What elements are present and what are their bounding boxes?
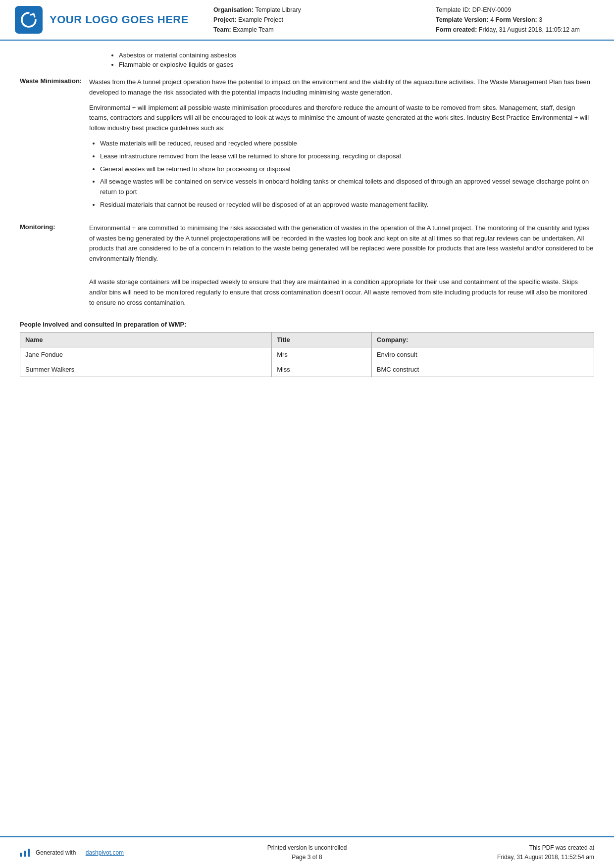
header: YOUR LOGO GOES HERE Organisation: Templa… — [0, 0, 614, 41]
footer-right-line2: Friday, 31 August 2018, 11:52:54 am — [403, 853, 594, 862]
waste-minimisation-section: Waste Minimisation: Wastes from the A tu… — [20, 77, 594, 215]
row2-company: BMC construct — [371, 362, 594, 377]
footer-center: Printed version is uncontrolled Page 3 o… — [211, 843, 403, 862]
list-item: Flammable or explosive liquids or gases — [119, 61, 594, 68]
people-table: Name Title Company: Jane Fondue Mrs Envi… — [20, 332, 594, 377]
monitoring-section: Monitoring: Environmental + are committe… — [20, 223, 594, 269]
header-right: Template ID: DP-ENV-0009 Template Versio… — [436, 5, 594, 35]
row1-company: Enviro consult — [371, 347, 594, 362]
waste-bullet-list: Waste materials will be reduced, reused … — [89, 139, 594, 210]
list-item: All sewage wastes will be contained on s… — [100, 177, 594, 197]
monitoring-body: Environmental + are committed to minimis… — [89, 223, 594, 269]
dashpivot-link[interactable]: dashpivot.com — [86, 849, 124, 856]
col-title-header: Title — [272, 333, 372, 347]
top-bullets-section: Asbestos or material containing asbestos… — [109, 51, 594, 68]
template-id-line: Template ID: DP-ENV-0009 — [436, 5, 594, 15]
monitoring-second-row: All waste storage containers will be ins… — [20, 277, 594, 313]
list-item: Residual materials that cannot be reused… — [100, 200, 594, 210]
row1-title: Mrs — [272, 347, 372, 362]
people-section: People involved and consulted in prepara… — [20, 321, 594, 377]
footer-page-number: Page 3 of 8 — [211, 853, 403, 862]
waste-para2: Environmental + will implement all possi… — [89, 103, 594, 134]
waste-para1: Wastes from the A tunnel project operati… — [89, 77, 594, 98]
project-line: Project: Example Project — [213, 15, 426, 25]
row2-name: Summer Walkers — [20, 362, 272, 377]
col-company-header: Company: — [371, 333, 594, 347]
header-meta: Organisation: Template Library Project: … — [199, 5, 426, 35]
generated-text: Generated with — [36, 849, 76, 856]
logo-icon — [15, 6, 43, 34]
people-heading: People involved and consulted in prepara… — [20, 321, 594, 328]
waste-minimisation-body: Wastes from the A tunnel project operati… — [89, 77, 594, 215]
logo-text: YOUR LOGO GOES HERE — [50, 13, 189, 26]
page: YOUR LOGO GOES HERE Organisation: Templa… — [0, 0, 614, 868]
org-line: Organisation: Template Library — [213, 5, 426, 15]
row1-name: Jane Fondue — [20, 347, 272, 362]
logo-section: YOUR LOGO GOES HERE — [15, 5, 189, 35]
footer: Generated with dashpivot.com Printed ver… — [0, 836, 614, 868]
form-created-line: Form created: Friday, 31 August 2018, 11… — [436, 25, 594, 35]
footer-right: This PDF was created at Friday, 31 Augus… — [403, 843, 594, 862]
monitoring-body2: All waste storage containers will be ins… — [89, 277, 594, 313]
content: Asbestos or material containing asbestos… — [0, 41, 614, 836]
monitoring-para2: All waste storage containers will be ins… — [89, 277, 594, 308]
monitoring-para1: Environmental + are committed to minimis… — [89, 223, 594, 264]
table-row: Jane Fondue Mrs Enviro consult — [20, 347, 594, 362]
list-item: Asbestos or material containing asbestos — [119, 51, 594, 59]
row2-title: Miss — [272, 362, 372, 377]
footer-left: Generated with dashpivot.com — [20, 849, 211, 857]
team-line: Team: Example Team — [213, 25, 426, 35]
list-item: Lease infrastructure removed from the le… — [100, 151, 594, 162]
dashpivot-icon — [20, 849, 30, 857]
list-item: General wastes will be returned to shore… — [100, 164, 594, 175]
footer-center-line1: Printed version is uncontrolled — [211, 843, 403, 853]
table-header-row: Name Title Company: — [20, 333, 594, 347]
waste-minimisation-label: Waste Minimisation: — [20, 77, 89, 215]
template-version-line: Template Version: 4 Form Version: 3 — [436, 15, 594, 25]
footer-right-line1: This PDF was created at — [403, 843, 594, 853]
monitoring-label: Monitoring: — [20, 223, 89, 269]
top-bullet-list: Asbestos or material containing asbestos… — [109, 51, 594, 68]
table-row: Summer Walkers Miss BMC construct — [20, 362, 594, 377]
list-item: Waste materials will be reduced, reused … — [100, 139, 594, 149]
col-name-header: Name — [20, 333, 272, 347]
